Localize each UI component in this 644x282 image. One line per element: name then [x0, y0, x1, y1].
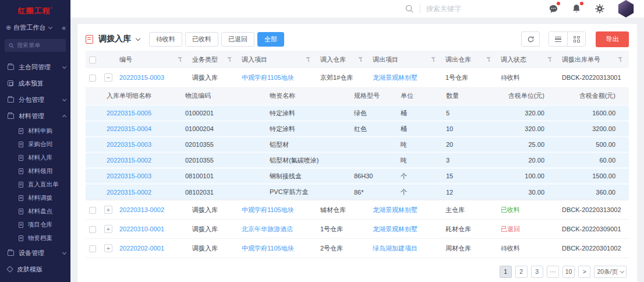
status-badge: 已退回	[501, 225, 520, 232]
sidebar-menu-search-input[interactable]: 搜索菜单	[5, 39, 66, 52]
filter-chip[interactable]: 已收料	[185, 32, 218, 47]
in-project-link[interactable]: 中观学府1105地块	[242, 245, 294, 252]
page-size-select[interactable]: 20条/页	[594, 266, 627, 278]
sidebar-subitem[interactable]: 材料盘点	[0, 205, 70, 218]
table-cell: 20220313-0002	[116, 200, 189, 220]
docbox-icon	[8, 80, 13, 86]
column-header: 调拨出库单号	[558, 51, 629, 68]
folder-icon	[8, 65, 14, 70]
column-header-label: 编号	[119, 55, 132, 64]
select-all-checkbox[interactable]	[89, 57, 96, 64]
refresh-button[interactable]	[521, 31, 540, 47]
detail-number-link[interactable]: 20220315-0003	[107, 141, 151, 148]
sidebar-item[interactable]: 主合同管理	[0, 59, 70, 75]
status-badge: 待收料	[501, 74, 520, 81]
detail-number-link[interactable]: 20220315-0004	[107, 125, 151, 132]
sidebar-subitem[interactable]: 物资档案	[0, 231, 70, 245]
chevron-down-icon	[62, 250, 66, 254]
document-number-link[interactable]: 20220313-0002	[119, 206, 164, 213]
table-row: +20220202-0001调拨入库中观学府1105地块2号仓库绿岛湖加建项目周…	[86, 239, 629, 258]
filter-funnel-icon[interactable]	[358, 57, 363, 62]
filter-funnel-icon[interactable]	[486, 57, 491, 62]
detail-cell: 01000201	[182, 105, 266, 121]
grid-view-button[interactable]	[567, 32, 585, 46]
sidebar-subitem[interactable]: 直入直出单	[0, 178, 70, 191]
column-header-inner: 调出仓库	[445, 55, 494, 64]
sidebar-item[interactable]: 分包管理	[0, 91, 70, 108]
chevron-down-icon[interactable]	[136, 36, 140, 40]
row-checkbox[interactable]	[89, 207, 96, 214]
filter-funnel-icon[interactable]	[618, 57, 623, 62]
sidebar-subitem[interactable]: 材料申购	[0, 124, 70, 138]
messages-button[interactable]	[547, 3, 559, 15]
document-number-link[interactable]: 20220202-0001	[119, 245, 164, 252]
detail-number-link[interactable]: 20220315-0005	[107, 110, 151, 117]
sidebar-subitem[interactable]: 材料入库	[0, 151, 70, 164]
detail-number-link[interactable]: 20220315-0002	[107, 189, 151, 196]
page-button[interactable]: 2	[515, 266, 528, 278]
document-number-link[interactable]: 20220310-0001	[119, 225, 164, 232]
filter-funnel-icon[interactable]	[178, 57, 183, 62]
page-button[interactable]: 3	[531, 266, 543, 278]
filter-funnel-icon[interactable]	[431, 57, 436, 62]
table-cell: 周材仓库	[442, 239, 497, 258]
filter-funnel-icon[interactable]	[306, 57, 311, 62]
column-header: 调入项目	[238, 51, 317, 68]
expand-row-button[interactable]: +	[104, 244, 112, 252]
detail-number-link[interactable]: 20220315-0003	[107, 172, 151, 179]
page-button[interactable]: 10	[562, 266, 575, 278]
notifications-button[interactable]	[571, 3, 582, 15]
settings-button[interactable]	[594, 3, 606, 15]
next-page-button[interactable]: >	[578, 266, 590, 278]
expand-row-button[interactable]: +	[104, 206, 112, 214]
sidebar-item[interactable]: 成本预算	[0, 75, 70, 91]
out-project-link[interactable]: 绿岛湖加建项目	[373, 245, 417, 252]
detail-row: 20220315-000202010355铝型材(氟碳喷涂)吨320.0060.…	[86, 153, 629, 168]
in-project-link[interactable]: 中观学府1105地块	[242, 206, 294, 213]
expand-row-button[interactable]: +	[104, 225, 112, 233]
collapse-row-button[interactable]: −	[104, 73, 112, 82]
sidebar-subitem[interactable]: 材料调拨	[0, 191, 70, 205]
doc-icon	[19, 168, 23, 174]
out-project-link[interactable]: 龙湖景观林别墅	[373, 74, 417, 81]
workspace-switcher[interactable]: ⊕ 自营工作台 «	[0, 20, 70, 37]
sidebar-subitem[interactable]: 项目仓库	[0, 218, 70, 231]
detail-cell: 绿色	[351, 105, 397, 121]
sidebar-subitem-label: 项目仓库	[28, 221, 52, 229]
list-view-button[interactable]	[549, 32, 567, 46]
row-checkbox[interactable]	[89, 75, 96, 82]
row-checkbox[interactable]	[89, 245, 96, 252]
row-checkbox[interactable]	[89, 226, 96, 233]
detail-cell	[351, 137, 397, 153]
table-header-row: 编号业务类型调入项目调入仓库调出项目调出仓库调入状态调拨出库单号	[86, 51, 629, 68]
export-button[interactable]: 导出	[596, 31, 629, 47]
page-ellipsis[interactable]: ···	[547, 266, 559, 278]
sidebar-subitem[interactable]: 材料领用	[0, 164, 70, 178]
detail-cell: 铝型材	[266, 137, 351, 153]
doc-icon	[19, 235, 23, 241]
detail-cell: 320.00	[482, 105, 561, 121]
page-title[interactable]: 调拨入库	[98, 34, 131, 44]
detail-cell: 60.00	[561, 153, 629, 168]
sidebar-item[interactable]: 材料管理	[0, 108, 70, 124]
detail-number-link[interactable]: 20220315-0002	[107, 157, 151, 164]
out-project-link[interactable]: 龙湖景观林别墅	[373, 225, 417, 232]
column-header-label: 调入状态	[501, 55, 526, 64]
in-project-link[interactable]: 中观学府1105地块	[242, 74, 294, 81]
global-search-input[interactable]: 搜索关键字	[405, 4, 496, 14]
outbound-doc-number: DBCK-20220301002	[562, 245, 621, 252]
user-avatar[interactable]	[617, 0, 635, 17]
sidebar-item[interactable]: 设备管理	[0, 245, 70, 261]
filter-chip[interactable]: 待收料	[149, 32, 182, 47]
document-number-link[interactable]: 20220315-0003	[119, 74, 164, 81]
sidebar-collapse-button[interactable]: «	[62, 24, 66, 32]
filter-chip[interactable]: 全部	[257, 32, 284, 47]
filter-funnel-icon[interactable]	[227, 57, 232, 62]
page-button[interactable]: 1	[500, 266, 512, 278]
out-project-link[interactable]: 龙湖景观林别墅	[373, 206, 417, 213]
sidebar-item[interactable]: 皮肤模版	[0, 261, 70, 277]
in-project-link[interactable]: 北京年华旅游酒店	[242, 225, 293, 232]
sidebar-subitem[interactable]: 采购合同	[0, 138, 70, 151]
filter-funnel-icon[interactable]	[547, 57, 553, 62]
filter-chip[interactable]: 已退回	[221, 32, 254, 47]
